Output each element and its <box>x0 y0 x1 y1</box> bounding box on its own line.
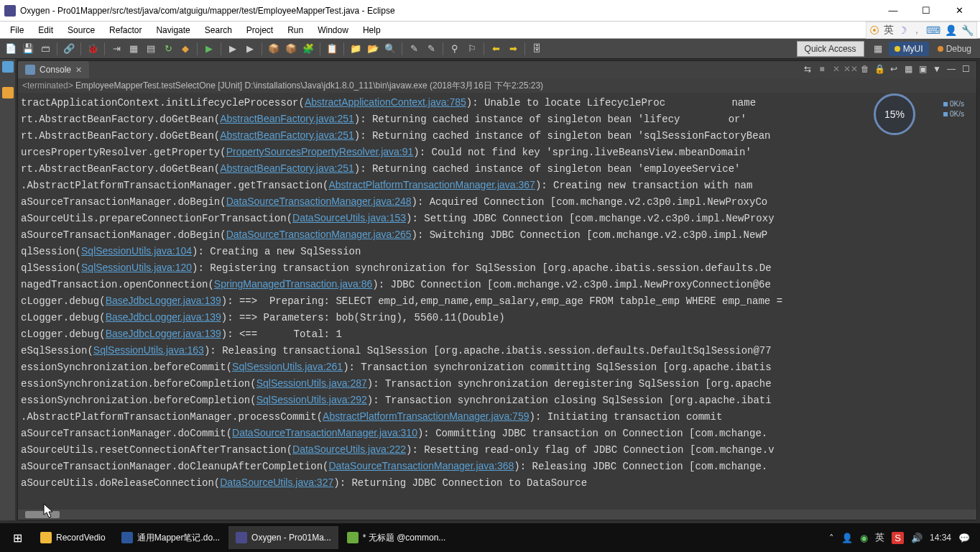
menu-navigate[interactable]: Navigate <box>149 23 197 37</box>
run-ext-icon[interactable]: ▶ <box>242 41 258 57</box>
menu-file[interactable]: File <box>3 23 31 37</box>
tray-ime-icon[interactable]: S <box>892 532 904 544</box>
menu-source[interactable]: Source <box>60 23 102 37</box>
main-toolbar: 📄 💾 🗃 🔗 🐞 ⇥ ▦ ▤ ↻ ◆ ▶ ▶ ▶ 📦 📦 🧩 📋 📁 📂 🔍 … <box>0 39 980 59</box>
minimize-view-icon[interactable]: — <box>945 63 958 75</box>
close-tab-icon[interactable]: ✕ <box>75 65 82 75</box>
tray-notifications-icon[interactable]: 💬 <box>958 533 970 543</box>
menu-run[interactable]: Run <box>280 23 310 37</box>
remove-launch-icon[interactable]: ✕ <box>830 63 843 75</box>
taskbar-item[interactable]: RecordVedio <box>33 526 113 549</box>
side-marker-bar <box>0 59 16 520</box>
menu-help[interactable]: Help <box>356 23 388 37</box>
taskbar-item[interactable]: 通用Mapper笔记.do... <box>114 526 227 549</box>
keyboard-icon[interactable]: ⌨ <box>926 24 940 36</box>
save-all-icon[interactable]: 🗃 <box>37 41 53 57</box>
terminated-label: <terminated> <box>22 80 73 91</box>
tray-globe-icon[interactable]: ◉ <box>860 533 868 543</box>
wand-icon[interactable]: ✎ <box>406 41 422 57</box>
task-label: RecordVedio <box>56 533 106 543</box>
close-button[interactable]: ✕ <box>943 0 976 22</box>
task-label: 通用Mapper笔记.do... <box>137 532 220 544</box>
ime-lang-label[interactable]: 英 <box>884 24 894 37</box>
console-tab[interactable]: Console ✕ <box>18 61 89 78</box>
folder2-icon[interactable]: 📂 <box>365 41 381 57</box>
perspective-debug[interactable]: Debug <box>932 42 977 56</box>
marker-icon[interactable] <box>2 61 14 73</box>
wrench-icon[interactable]: 🔧 <box>961 24 974 36</box>
maximize-button[interactable]: ☐ <box>910 0 943 22</box>
box-icon[interactable]: 📦 <box>266 41 282 57</box>
tag-icon[interactable]: ◆ <box>177 41 193 57</box>
type-icon[interactable]: 🧩 <box>300 41 316 57</box>
step-icon[interactable]: ⇥ <box>108 41 124 57</box>
console-output[interactable]: tractApplicationContext.initLifecyclePro… <box>18 93 976 520</box>
mouse-cursor <box>43 503 55 519</box>
pin-icon[interactable]: ⚲ <box>447 41 463 57</box>
maximize-view-icon[interactable]: ☐ <box>959 63 972 75</box>
comma-icon[interactable]: ， <box>912 24 922 37</box>
window-titlebar: Oxygen - Pro01Mapper/src/test/java/com/a… <box>0 0 980 22</box>
ime-floating-toolbar[interactable]: ⦿ 英 ☽ ， ⌨ 👤 🔧 <box>866 22 977 39</box>
tray-sound-icon[interactable]: 🔊 <box>911 533 923 543</box>
forward-icon[interactable]: ➡ <box>505 41 521 57</box>
show-console-icon[interactable]: ▦ <box>902 63 915 75</box>
tray-clock[interactable]: 14:34 <box>930 533 951 543</box>
word-wrap-icon[interactable]: ↩ <box>887 63 900 75</box>
system-tray: ˄ 👤 ◉ 英 S 🔊 14:34 💬 <box>829 531 977 544</box>
quick-access-field[interactable]: Quick Access <box>797 41 864 57</box>
package-icon[interactable]: 📦 <box>283 41 299 57</box>
scroll-lock-icon[interactable]: 🔒 <box>873 63 886 75</box>
perspective-myui-label: MyUI <box>903 44 923 54</box>
ime-globe-icon[interactable]: ⦿ <box>869 24 879 36</box>
open-task-icon[interactable]: 📋 <box>324 41 340 57</box>
console-view: Console ✕ ⇆ ■ ✕ ✕✕ 🗑 🔒 ↩ ▦ ▣ ▼ — ☐ <term… <box>17 60 977 520</box>
person-icon[interactable]: 👤 <box>945 24 957 36</box>
tray-people-icon[interactable]: 👤 <box>841 533 853 543</box>
network-overlay: 0K/s 0K/s <box>943 99 964 119</box>
minimize-button[interactable]: — <box>877 0 910 22</box>
back-icon[interactable]: ⬅ <box>488 41 504 57</box>
open-console-icon[interactable]: ▣ <box>916 63 929 75</box>
debug-bug-icon[interactable]: 🐞 <box>85 41 101 57</box>
link-icon[interactable]: 🔗 <box>61 41 77 57</box>
pin-console-icon[interactable]: ⇆ <box>801 63 814 75</box>
save-icon[interactable]: 💾 <box>20 41 36 57</box>
menu-refactor[interactable]: Refactor <box>102 23 149 37</box>
taskbar-item[interactable]: * 无标题 @common... <box>340 526 453 549</box>
menu-search[interactable]: Search <box>198 23 239 37</box>
grid-icon[interactable]: ▤ <box>143 41 159 57</box>
open-perspective-icon[interactable]: ▦ <box>870 41 886 57</box>
run-icon[interactable]: ▶ <box>201 41 217 57</box>
run-last-icon[interactable]: ▶ <box>225 41 241 57</box>
search-icon[interactable]: 🔍 <box>382 41 398 57</box>
perspective-switcher: ▦ MyUI Debug <box>870 41 977 57</box>
tray-up-icon[interactable]: ˄ <box>829 533 834 543</box>
moon-icon[interactable]: ☽ <box>898 24 907 36</box>
refresh-icon[interactable]: ↻ <box>160 41 176 57</box>
performance-overlay-circle[interactable]: 15% <box>874 93 915 135</box>
tray-lang-label[interactable]: 英 <box>875 531 884 544</box>
pencil-icon[interactable]: ✎ <box>423 41 439 57</box>
menu-edit[interactable]: Edit <box>31 23 60 37</box>
terminate-icon[interactable]: ■ <box>815 63 828 75</box>
menu-bar: File Edit Source Refactor Navigate Searc… <box>0 22 980 39</box>
word-icon <box>121 532 133 543</box>
db-icon[interactable]: 🗄 <box>529 41 545 57</box>
menu-window[interactable]: Window <box>310 23 356 37</box>
taskbar-item[interactable]: Oxygen - Pro01Ma... <box>228 526 338 549</box>
start-button[interactable]: ⊞ <box>3 523 32 552</box>
horizontal-scrollbar[interactable] <box>18 510 976 520</box>
menu-project[interactable]: Project <box>239 23 280 37</box>
folder-icon[interactable]: 📁 <box>348 41 364 57</box>
outline-icon[interactable]: ▦ <box>126 41 142 57</box>
clear-console-icon[interactable]: 🗑 <box>859 63 872 75</box>
remove-all-icon[interactable]: ✕✕ <box>844 63 857 75</box>
new-icon[interactable]: 📄 <box>3 41 19 57</box>
marker-icon[interactable] <box>2 87 14 98</box>
console-tab-label: Console <box>40 65 71 75</box>
perspective-myui[interactable]: MyUI <box>889 42 929 56</box>
display-selected-icon[interactable]: ▼ <box>930 63 943 75</box>
flag-icon[interactable]: ⚐ <box>464 41 480 57</box>
folder-icon <box>40 532 52 543</box>
